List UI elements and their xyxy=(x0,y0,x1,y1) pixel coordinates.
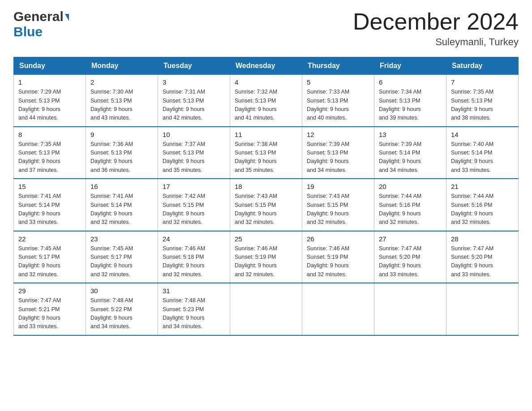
calendar-cell xyxy=(302,283,374,335)
day-number: 18 xyxy=(235,183,297,190)
day-number: 27 xyxy=(379,235,442,243)
calendar-cell: 29 Sunrise: 7:47 AMSunset: 5:21 PMDaylig… xyxy=(14,283,86,335)
day-number: 13 xyxy=(379,131,442,138)
calendar-header-row: Sunday Monday Tuesday Wednesday Thursday… xyxy=(14,57,519,75)
day-info: Sunrise: 7:41 AMSunset: 5:14 PMDaylight:… xyxy=(18,193,61,225)
day-number: 21 xyxy=(451,183,514,190)
logo-blue: Blue xyxy=(13,24,69,39)
day-number: 25 xyxy=(235,235,297,243)
calendar-cell: 12 Sunrise: 7:39 AMSunset: 5:13 PMDaylig… xyxy=(302,127,374,179)
month-title: December 2024 xyxy=(353,9,519,34)
col-thursday: Thursday xyxy=(302,57,374,75)
day-number: 14 xyxy=(451,131,514,138)
calendar-cell: 24 Sunrise: 7:46 AMSunset: 5:18 PMDaylig… xyxy=(158,231,230,283)
calendar-cell: 4 Sunrise: 7:32 AMSunset: 5:13 PMDayligh… xyxy=(230,75,302,127)
day-info: Sunrise: 7:47 AMSunset: 5:20 PMDaylight:… xyxy=(451,245,493,278)
day-info: Sunrise: 7:34 AMSunset: 5:13 PMDaylight:… xyxy=(379,89,421,121)
day-number: 26 xyxy=(307,235,369,243)
day-number: 17 xyxy=(163,183,225,190)
day-info: Sunrise: 7:39 AMSunset: 5:13 PMDaylight:… xyxy=(307,141,349,173)
day-info: Sunrise: 7:43 AMSunset: 5:15 PMDaylight:… xyxy=(235,193,277,225)
week-row-3: 15 Sunrise: 7:41 AMSunset: 5:14 PMDaylig… xyxy=(14,179,519,231)
day-number: 1 xyxy=(18,78,81,86)
calendar-cell: 18 Sunrise: 7:43 AMSunset: 5:15 PMDaylig… xyxy=(230,179,302,231)
day-info: Sunrise: 7:47 AMSunset: 5:20 PMDaylight:… xyxy=(379,245,421,278)
calendar-cell: 8 Sunrise: 7:35 AMSunset: 5:13 PMDayligh… xyxy=(14,127,86,179)
day-info: Sunrise: 7:45 AMSunset: 5:17 PMDaylight:… xyxy=(18,245,61,278)
day-number: 31 xyxy=(163,287,225,295)
calendar-cell: 27 Sunrise: 7:47 AMSunset: 5:20 PMDaylig… xyxy=(374,231,446,283)
location: Suleymanli, Turkey xyxy=(353,36,519,48)
calendar-cell: 10 Sunrise: 7:37 AMSunset: 5:13 PMDaylig… xyxy=(158,127,230,179)
day-number: 19 xyxy=(307,183,369,190)
calendar-cell: 1 Sunrise: 7:29 AMSunset: 5:13 PMDayligh… xyxy=(14,75,86,127)
calendar-cell: 31 Sunrise: 7:48 AMSunset: 5:23 PMDaylig… xyxy=(158,283,230,335)
logo: General Blue xyxy=(13,9,69,39)
day-number: 3 xyxy=(163,78,225,86)
day-info: Sunrise: 7:44 AMSunset: 5:16 PMDaylight:… xyxy=(451,193,493,225)
day-number: 22 xyxy=(18,235,81,243)
day-info: Sunrise: 7:40 AMSunset: 5:14 PMDaylight:… xyxy=(451,141,493,173)
day-number: 30 xyxy=(90,287,153,295)
day-info: Sunrise: 7:41 AMSunset: 5:14 PMDaylight:… xyxy=(90,193,133,225)
calendar-cell: 13 Sunrise: 7:39 AMSunset: 5:14 PMDaylig… xyxy=(374,127,446,179)
col-tuesday: Tuesday xyxy=(158,57,230,75)
week-row-5: 29 Sunrise: 7:47 AMSunset: 5:21 PMDaylig… xyxy=(14,283,519,335)
day-number: 24 xyxy=(163,235,225,243)
day-number: 2 xyxy=(90,78,153,86)
col-monday: Monday xyxy=(86,57,158,75)
week-row-4: 22 Sunrise: 7:45 AMSunset: 5:17 PMDaylig… xyxy=(14,231,519,283)
logo-general: General xyxy=(13,9,69,24)
day-info: Sunrise: 7:38 AMSunset: 5:13 PMDaylight:… xyxy=(235,141,277,173)
day-info: Sunrise: 7:32 AMSunset: 5:13 PMDaylight:… xyxy=(235,89,277,121)
day-info: Sunrise: 7:30 AMSunset: 5:13 PMDaylight:… xyxy=(90,89,133,121)
day-info: Sunrise: 7:46 AMSunset: 5:18 PMDaylight:… xyxy=(163,245,205,278)
col-wednesday: Wednesday xyxy=(230,57,302,75)
calendar-cell: 25 Sunrise: 7:46 AMSunset: 5:19 PMDaylig… xyxy=(230,231,302,283)
day-info: Sunrise: 7:46 AMSunset: 5:19 PMDaylight:… xyxy=(307,245,349,278)
calendar-cell xyxy=(374,283,446,335)
day-info: Sunrise: 7:48 AMSunset: 5:23 PMDaylight:… xyxy=(163,297,205,330)
day-info: Sunrise: 7:36 AMSunset: 5:13 PMDaylight:… xyxy=(90,141,133,173)
calendar-cell: 28 Sunrise: 7:47 AMSunset: 5:20 PMDaylig… xyxy=(446,231,519,283)
day-number: 12 xyxy=(307,131,369,138)
day-number: 8 xyxy=(18,131,81,138)
calendar-cell: 14 Sunrise: 7:40 AMSunset: 5:14 PMDaylig… xyxy=(446,127,519,179)
calendar-cell: 9 Sunrise: 7:36 AMSunset: 5:13 PMDayligh… xyxy=(86,127,158,179)
day-info: Sunrise: 7:46 AMSunset: 5:19 PMDaylight:… xyxy=(235,245,277,278)
day-info: Sunrise: 7:45 AMSunset: 5:17 PMDaylight:… xyxy=(90,245,133,278)
col-friday: Friday xyxy=(374,57,446,75)
day-number: 28 xyxy=(451,235,514,243)
day-info: Sunrise: 7:29 AMSunset: 5:13 PMDaylight:… xyxy=(18,89,61,121)
week-row-1: 1 Sunrise: 7:29 AMSunset: 5:13 PMDayligh… xyxy=(14,75,519,127)
day-number: 23 xyxy=(90,235,153,243)
calendar-cell: 20 Sunrise: 7:44 AMSunset: 5:16 PMDaylig… xyxy=(374,179,446,231)
calendar-cell: 16 Sunrise: 7:41 AMSunset: 5:14 PMDaylig… xyxy=(86,179,158,231)
title-block: December 2024 Suleymanli, Turkey xyxy=(353,9,519,48)
day-info: Sunrise: 7:43 AMSunset: 5:15 PMDaylight:… xyxy=(307,193,349,225)
day-number: 15 xyxy=(18,183,81,190)
day-info: Sunrise: 7:44 AMSunset: 5:16 PMDaylight:… xyxy=(379,193,421,225)
col-saturday: Saturday xyxy=(446,57,519,75)
day-number: 16 xyxy=(90,183,153,190)
calendar-cell: 30 Sunrise: 7:48 AMSunset: 5:22 PMDaylig… xyxy=(86,283,158,335)
day-number: 4 xyxy=(235,78,297,86)
day-number: 5 xyxy=(307,78,369,86)
calendar-cell: 23 Sunrise: 7:45 AMSunset: 5:17 PMDaylig… xyxy=(86,231,158,283)
calendar-cell: 22 Sunrise: 7:45 AMSunset: 5:17 PMDaylig… xyxy=(14,231,86,283)
day-number: 11 xyxy=(235,131,297,138)
calendar-cell xyxy=(230,283,302,335)
calendar-cell: 6 Sunrise: 7:34 AMSunset: 5:13 PMDayligh… xyxy=(374,75,446,127)
calendar-cell: 11 Sunrise: 7:38 AMSunset: 5:13 PMDaylig… xyxy=(230,127,302,179)
day-number: 10 xyxy=(163,131,225,138)
day-info: Sunrise: 7:33 AMSunset: 5:13 PMDaylight:… xyxy=(307,89,349,121)
calendar-cell: 5 Sunrise: 7:33 AMSunset: 5:13 PMDayligh… xyxy=(302,75,374,127)
calendar-cell: 21 Sunrise: 7:44 AMSunset: 5:16 PMDaylig… xyxy=(446,179,519,231)
day-number: 6 xyxy=(379,78,442,86)
page-header: General Blue December 2024 Suleymanli, T… xyxy=(13,9,519,48)
calendar-cell: 15 Sunrise: 7:41 AMSunset: 5:14 PMDaylig… xyxy=(14,179,86,231)
day-number: 29 xyxy=(18,287,81,295)
day-info: Sunrise: 7:39 AMSunset: 5:14 PMDaylight:… xyxy=(379,141,421,173)
calendar-cell: 2 Sunrise: 7:30 AMSunset: 5:13 PMDayligh… xyxy=(86,75,158,127)
day-info: Sunrise: 7:37 AMSunset: 5:13 PMDaylight:… xyxy=(163,141,205,173)
